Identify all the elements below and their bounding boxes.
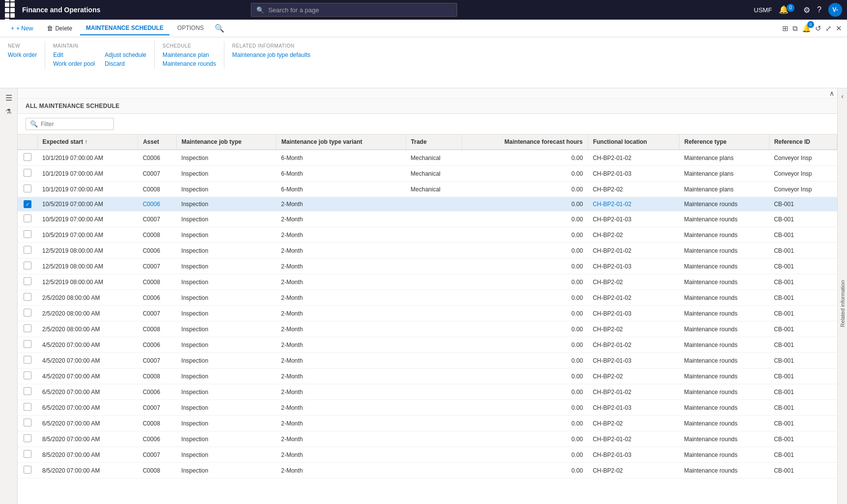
table-row[interactable]: 10/1/2019 07:00:00 AMC0006Inspection6-Mo… bbox=[18, 150, 837, 166]
row-maintenance-job-type-variant: 6-Month bbox=[276, 166, 406, 182]
row-expected-start: 6/5/2020 07:00:00 AM bbox=[37, 400, 138, 416]
work-order-pool-link[interactable]: Work order pool bbox=[53, 60, 95, 67]
table-row[interactable]: 8/5/2020 07:00:00 AMC0008Inspection2-Mon… bbox=[18, 463, 837, 478]
filter-input-container[interactable]: 🔍 bbox=[26, 118, 114, 130]
maintenance-rounds-link[interactable]: Maintenance rounds bbox=[163, 60, 216, 67]
row-check-cell[interactable] bbox=[18, 212, 37, 227]
tab-options[interactable]: OPTIONS bbox=[171, 22, 210, 35]
col-trade[interactable]: Trade bbox=[406, 134, 462, 150]
col-maintenance-job-type-variant[interactable]: Maintenance job type variant bbox=[276, 134, 406, 150]
row-expected-start: 10/5/2019 07:00:00 AM bbox=[37, 197, 138, 212]
settings-icon[interactable]: ⚙ bbox=[803, 5, 810, 15]
row-check-cell[interactable] bbox=[18, 227, 37, 243]
new-tab-icon[interactable]: ⧉ bbox=[792, 24, 798, 33]
help-icon[interactable]: ? bbox=[817, 5, 821, 14]
row-reference-type: Maintenance plans bbox=[679, 182, 769, 197]
row-expected-start: 4/5/2020 07:00:00 AM bbox=[37, 353, 138, 369]
table-container[interactable]: Expected start ↑ Asset Maintenance job t… bbox=[18, 134, 837, 504]
col-reference-type[interactable]: Reference type bbox=[679, 134, 769, 150]
col-asset[interactable]: Asset bbox=[138, 134, 177, 150]
work-order-link[interactable]: Work order bbox=[8, 52, 37, 58]
table-row[interactable]: 4/5/2020 07:00:00 AMC0006Inspection2-Mon… bbox=[18, 337, 837, 353]
bell-icon[interactable]: 🔔0 bbox=[779, 5, 796, 15]
row-check-cell[interactable] bbox=[18, 166, 37, 182]
row-check-cell[interactable] bbox=[18, 259, 37, 274]
edit-link[interactable]: Edit bbox=[53, 52, 95, 58]
notification-ribbon-icon[interactable]: 🔔0 bbox=[802, 24, 811, 33]
collapse-icon[interactable]: ∧ bbox=[829, 89, 834, 97]
search-bar[interactable]: 🔍 Search for a page bbox=[251, 3, 457, 17]
row-check-cell[interactable] bbox=[18, 384, 37, 400]
discard-link[interactable]: Discard bbox=[105, 60, 146, 67]
table-row[interactable]: 12/5/2019 08:00:00 AMC0007Inspection2-Mo… bbox=[18, 259, 837, 274]
row-check-cell[interactable] bbox=[18, 416, 37, 431]
row-check-cell[interactable] bbox=[18, 306, 37, 321]
row-check-cell[interactable] bbox=[18, 369, 37, 384]
sidebar-menu-icon[interactable]: ☰ bbox=[5, 93, 12, 103]
col-maintenance-job-type[interactable]: Maintenance job type bbox=[176, 134, 276, 150]
row-asset: C0006 bbox=[138, 290, 177, 306]
tab-maintenance-schedule[interactable]: MAINTENANCE SCHEDULE bbox=[80, 22, 169, 35]
table-row[interactable]: 12/5/2019 08:00:00 AMC0006Inspection2-Mo… bbox=[18, 243, 837, 259]
refresh-icon[interactable]: ↺ bbox=[815, 24, 821, 33]
table-row[interactable]: 2/5/2020 08:00:00 AMC0006Inspection2-Mon… bbox=[18, 290, 837, 306]
table-row[interactable]: 10/1/2019 07:00:00 AMC0008Inspection6-Mo… bbox=[18, 182, 837, 197]
checkbox-unchecked bbox=[24, 371, 31, 379]
table-row[interactable]: 6/5/2020 07:00:00 AMC0008Inspection2-Mon… bbox=[18, 416, 837, 431]
search-ribbon-icon[interactable]: 🔍 bbox=[215, 24, 224, 33]
row-check-cell[interactable]: ✓ bbox=[18, 197, 37, 212]
avatar[interactable]: V- bbox=[828, 3, 842, 17]
row-check-cell[interactable] bbox=[18, 150, 37, 166]
row-maintenance-job-type-variant: 2-Month bbox=[276, 212, 406, 227]
maintenance-plan-link[interactable]: Maintenance plan bbox=[163, 52, 216, 58]
row-maintenance-forecast-hours: 0.00 bbox=[462, 463, 588, 478]
row-maintenance-forecast-hours: 0.00 bbox=[462, 274, 588, 290]
expand-icon[interactable]: ⤢ bbox=[825, 24, 832, 33]
table-row[interactable]: 8/5/2020 07:00:00 AMC0006Inspection2-Mon… bbox=[18, 431, 837, 447]
right-panel-arrow[interactable]: ‹ bbox=[841, 92, 844, 100]
app-grid-icon[interactable] bbox=[5, 0, 15, 23]
row-maintenance-job-type-variant: 2-Month bbox=[276, 416, 406, 431]
checkbox-unchecked bbox=[24, 324, 31, 332]
row-asset: C0007 bbox=[138, 212, 177, 227]
table-row[interactable]: 12/5/2019 08:00:00 AMC0008Inspection2-Mo… bbox=[18, 274, 837, 290]
row-check-cell[interactable] bbox=[18, 447, 37, 463]
table-row[interactable]: 10/1/2019 07:00:00 AMC0007Inspection6-Mo… bbox=[18, 166, 837, 182]
col-reference-id[interactable]: Reference ID bbox=[769, 134, 837, 150]
row-check-cell[interactable] bbox=[18, 321, 37, 337]
row-asset: C0007 bbox=[138, 166, 177, 182]
table-row[interactable]: 4/5/2020 07:00:00 AMC0007Inspection2-Mon… bbox=[18, 353, 837, 369]
maintenance-job-type-defaults-link[interactable]: Maintenance job type defaults bbox=[232, 52, 310, 58]
grid-view-icon[interactable]: ⊞ bbox=[782, 24, 789, 33]
table-row[interactable]: 8/5/2020 07:00:00 AMC0007Inspection2-Mon… bbox=[18, 447, 837, 463]
table-row[interactable]: 10/5/2019 07:00:00 AMC0008Inspection2-Mo… bbox=[18, 227, 837, 243]
adjust-schedule-link[interactable]: Adjust schedule bbox=[105, 52, 146, 58]
row-check-cell[interactable] bbox=[18, 290, 37, 306]
close-icon[interactable]: ✕ bbox=[836, 24, 842, 33]
row-reference-id: CB-001 bbox=[769, 197, 837, 212]
row-check-cell[interactable] bbox=[18, 463, 37, 478]
table-row[interactable]: 2/5/2020 08:00:00 AMC0008Inspection2-Mon… bbox=[18, 321, 837, 337]
col-expected-start[interactable]: Expected start ↑ bbox=[37, 134, 138, 150]
table-row[interactable]: 6/5/2020 07:00:00 AMC0006Inspection2-Mon… bbox=[18, 384, 837, 400]
col-maintenance-forecast-hours[interactable]: Maintenance forecast hours bbox=[462, 134, 588, 150]
row-check-cell[interactable] bbox=[18, 337, 37, 353]
table-row[interactable]: ✓10/5/2019 07:00:00 AMC0006Inspection2-M… bbox=[18, 197, 837, 212]
row-check-cell[interactable] bbox=[18, 353, 37, 369]
table-row[interactable]: 4/5/2020 07:00:00 AMC0008Inspection2-Mon… bbox=[18, 369, 837, 384]
row-functional-location: CH-BP2-02 bbox=[588, 227, 679, 243]
col-functional-location[interactable]: Functional location bbox=[588, 134, 679, 150]
table-row[interactable]: 6/5/2020 07:00:00 AMC0007Inspection2-Mon… bbox=[18, 400, 837, 416]
filter-input[interactable] bbox=[41, 121, 109, 128]
row-check-cell[interactable] bbox=[18, 400, 37, 416]
tab-new[interactable]: + + New bbox=[5, 22, 39, 35]
sidebar-filter-icon[interactable]: ⚗ bbox=[5, 107, 12, 115]
table-row[interactable]: 2/5/2020 08:00:00 AMC0007Inspection2-Mon… bbox=[18, 306, 837, 321]
tab-delete[interactable]: 🗑Delete bbox=[41, 22, 78, 35]
table-row[interactable]: 10/5/2019 07:00:00 AMC0007Inspection2-Mo… bbox=[18, 212, 837, 227]
row-check-cell[interactable] bbox=[18, 431, 37, 447]
ribbon-group-related: RELATED INFORMATION Maintenance job type… bbox=[232, 41, 318, 69]
row-check-cell[interactable] bbox=[18, 274, 37, 290]
row-check-cell[interactable] bbox=[18, 182, 37, 197]
row-check-cell[interactable] bbox=[18, 243, 37, 259]
